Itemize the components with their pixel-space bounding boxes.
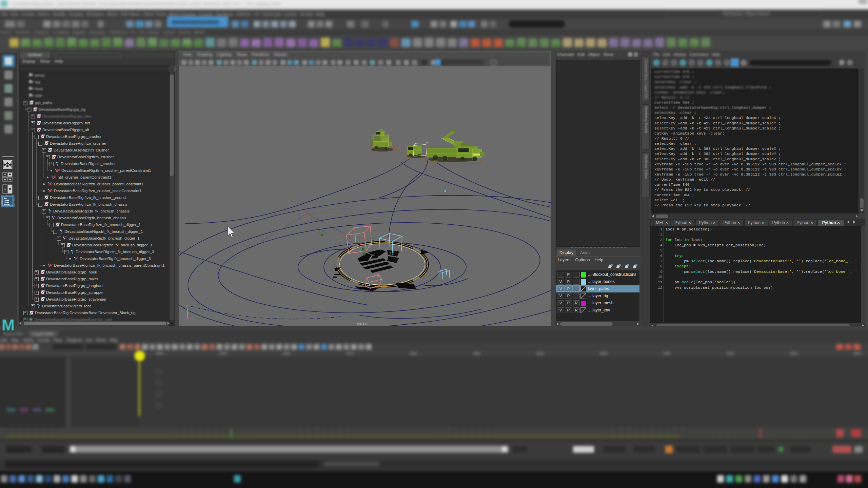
- svg-text:persp: persp: [357, 321, 367, 325]
- svg-text:+: +: [4, 172, 6, 177]
- svg-text:309: 309: [370, 236, 377, 240]
- svg-text:309: 309: [318, 229, 325, 234]
- svg-text:309: 309: [359, 244, 367, 248]
- svg-text:+: +: [4, 177, 6, 181]
- svg-text:+: +: [9, 177, 11, 181]
- svg-text:+: +: [4, 187, 6, 191]
- svg-text:Y: Y: [186, 304, 188, 308]
